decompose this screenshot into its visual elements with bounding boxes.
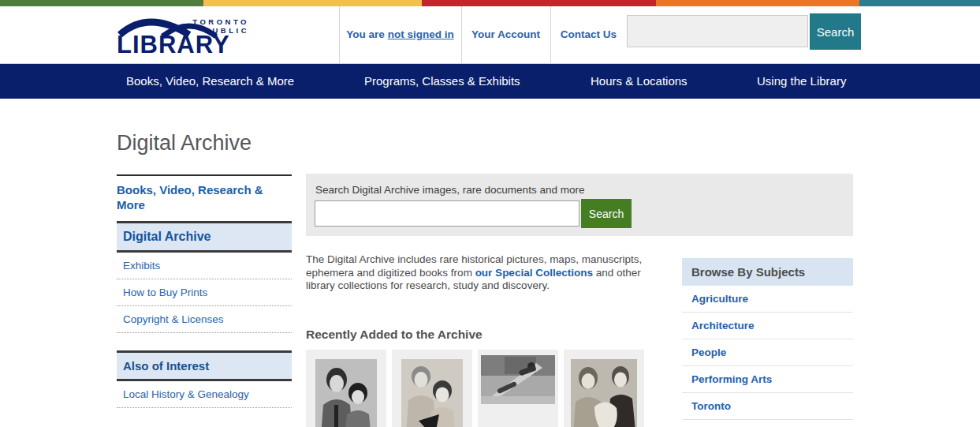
subject-toronto[interactable]: Toronto <box>682 393 853 420</box>
your-account-link[interactable]: Your Account <box>463 28 549 42</box>
subject-agriculture[interactable]: Agriculture <box>682 286 853 313</box>
tpl-logo-graphic: LIBRARY TORONTO PUBLIC <box>117 14 251 55</box>
main-nav: Books, Video, Research & More Programs, … <box>0 64 980 99</box>
archive-thumbnail-2[interactable] <box>392 350 472 427</box>
bw-photo-couple-with-trophy <box>401 359 463 427</box>
nav-using-the-library[interactable]: Using the Library <box>757 64 846 99</box>
sign-in-link[interactable]: not signed in <box>388 28 454 40</box>
header-divider <box>550 6 551 63</box>
sidebar-item-digital-archive-current[interactable]: Digital Archive <box>117 221 292 253</box>
sidebar-item-local-history-genealogy[interactable]: Local History & Genealogy <box>117 381 292 408</box>
stripe-yellow <box>203 0 422 6</box>
header-divider <box>461 6 462 63</box>
tpl-logo[interactable]: LIBRARY TORONTO PUBLIC <box>117 14 251 55</box>
subject-transportation[interactable]: Transportation <box>682 420 853 427</box>
archive-thumbnail-4[interactable] <box>564 350 644 427</box>
contact-us-link[interactable]: Contact Us <box>552 28 625 42</box>
archive-thumbnail-3[interactable] <box>478 350 558 427</box>
archive-search-panel: Search Digital Archive images, rare docu… <box>306 174 853 236</box>
sidebar-item-exhibits[interactable]: Exhibits <box>117 253 292 279</box>
sidebar-item-how-to-buy-prints[interactable]: How to Buy Prints <box>117 279 292 306</box>
site-search-input[interactable] <box>627 15 808 47</box>
bw-photo-couple-with-garment <box>571 359 637 427</box>
browse-by-subjects-panel: Browse By Subjects Agriculture Architect… <box>682 258 853 427</box>
stripe-teal <box>859 0 980 6</box>
sign-in-status[interactable]: You are not signed in <box>341 28 460 42</box>
archive-search-label: Search Digital Archive images, rare docu… <box>315 184 584 196</box>
page-title: Digital Archive <box>117 131 252 155</box>
subject-architecture[interactable]: Architecture <box>682 313 853 339</box>
bw-photo-couple-in-suits <box>315 359 377 427</box>
stripe-green <box>0 0 203 6</box>
svg-text:PUBLIC: PUBLIC <box>205 26 249 35</box>
site-search-button[interactable]: Search <box>810 13 861 50</box>
sidebar-also-of-interest-heading: Also of Interest <box>117 350 292 381</box>
sidebar-parent-books-video[interactable]: Books, Video, Research & More <box>117 174 292 221</box>
sidebar-item-copyright-licenses[interactable]: Copyright & Licenses <box>117 306 292 333</box>
nav-hours-locations[interactable]: Hours & Locations <box>591 64 687 99</box>
recently-added-thumbnails <box>306 350 644 427</box>
archive-search-button[interactable]: Search <box>581 199 632 228</box>
left-sidebar: Books, Video, Research & More Digital Ar… <box>117 174 292 408</box>
stripe-orange <box>656 0 859 6</box>
nav-programs-classes-exhibits[interactable]: Programs, Classes & Exhibits <box>364 64 520 99</box>
sign-in-prefix: You are <box>346 28 387 40</box>
header-divider <box>339 6 340 63</box>
nav-books-video-research[interactable]: Books, Video, Research & More <box>126 64 294 99</box>
site-header: LIBRARY TORONTO PUBLIC You are not signe… <box>0 6 980 64</box>
recently-added-heading: Recently Added to the Archive <box>306 328 483 342</box>
archive-search-input[interactable] <box>315 200 579 227</box>
svg-text:TORONTO: TORONTO <box>192 17 249 26</box>
brand-color-stripe <box>0 0 980 6</box>
subject-people[interactable]: People <box>682 339 853 366</box>
stripe-red <box>422 0 656 6</box>
subject-performing-arts[interactable]: Performing Arts <box>682 366 853 393</box>
archive-thumbnail-1[interactable] <box>306 350 386 427</box>
archive-description: The Digital Archive includes rare histor… <box>306 253 662 293</box>
special-collections-link[interactable]: our Special Collections <box>475 267 593 279</box>
browse-by-subjects-heading: Browse By Subjects <box>682 258 853 286</box>
bw-photo-gym-slide-scene <box>481 355 555 404</box>
